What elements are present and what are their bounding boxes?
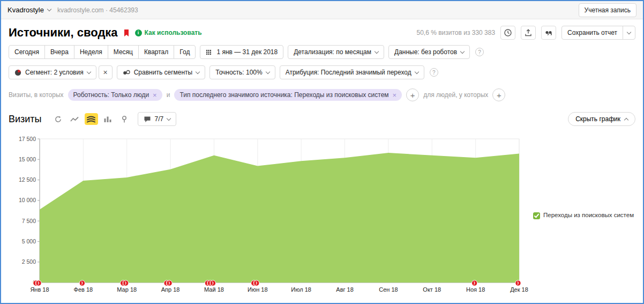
svg-text:5 000: 5 000 — [22, 238, 36, 244]
svg-text:15 000: 15 000 — [19, 156, 36, 162]
hide-chart-button[interactable]: Скрыть график — [568, 112, 635, 126]
chevron-down-icon — [375, 49, 379, 53]
clock-icon — [504, 28, 512, 37]
remove-chip-icon[interactable]: × — [393, 91, 397, 99]
chip-label: Роботность: Только люди — [73, 91, 149, 99]
report-header: Источники, сводка i Как использовать 50,… — [9, 26, 635, 40]
chevron-down-icon — [265, 69, 269, 73]
accuracy-dropdown[interactable]: Точность: 100% — [209, 65, 275, 79]
segment-toolbar: Сегмент: 2 условия × Сравнить сегменты Т… — [9, 65, 635, 79]
filter-chip-robots[interactable]: Роботность: Только люди × — [68, 89, 162, 101]
chevron-down-icon — [47, 7, 51, 11]
chevron-down-icon — [460, 49, 465, 53]
bookmark-icon[interactable] — [123, 29, 130, 37]
widgets-button[interactable] — [541, 26, 556, 40]
svg-text:10 000: 10 000 — [19, 197, 36, 203]
counter-info: kvadrostyle.com · 45462393 — [57, 6, 138, 14]
legend-checkbox[interactable] — [533, 212, 540, 219]
clear-segment-button[interactable]: × — [99, 65, 113, 79]
help-icon[interactable]: ? — [475, 48, 484, 56]
filter-chip-source-type[interactable]: Тип последнего значимого источника: Пере… — [174, 89, 402, 101]
comments-count-label: 7/7 — [155, 115, 164, 123]
help-icon[interactable]: ? — [430, 68, 438, 77]
add-people-condition-button[interactable]: + — [492, 88, 505, 101]
chart-type-line-button[interactable] — [68, 113, 81, 125]
attribution-dropdown[interactable]: Атрибуция: Последний значимый переход — [280, 65, 424, 79]
line-chart-icon — [70, 115, 79, 123]
counter-name: Kvadrostyle — [8, 6, 44, 14]
speech-bubble-icon — [144, 116, 151, 123]
save-report-button[interactable]: Сохранить отчет — [561, 26, 635, 40]
remove-chip-icon[interactable]: × — [153, 91, 157, 99]
pie-chart-icon — [14, 69, 21, 76]
chevron-down-icon — [414, 69, 418, 73]
attribution-label: Атрибуция: Последний значимый переход — [286, 69, 411, 76]
svg-text:Дек 18: Дек 18 — [510, 286, 528, 293]
svg-text:Сен 18: Сен 18 — [379, 286, 398, 293]
period-presets: Сегодня Вчера Неделя Месяц Квартал Год — [9, 45, 196, 59]
svg-text:2 500: 2 500 — [22, 258, 36, 265]
svg-text:Июл 18: Июл 18 — [291, 286, 311, 293]
chevron-down-icon — [86, 69, 91, 73]
detalization-dropdown[interactable]: Детализация: по месяцам — [288, 45, 384, 59]
history-button[interactable] — [500, 26, 515, 40]
comments-dropdown[interactable]: 7/7 — [138, 112, 177, 126]
quotes-icon — [544, 28, 553, 37]
export-button[interactable] — [521, 26, 536, 40]
chart-type-map-button[interactable] — [118, 113, 131, 125]
svg-text:Мар 18: Мар 18 — [117, 286, 137, 293]
chip-label: Тип последнего значимого источника: Пере… — [179, 91, 388, 99]
chart-type-area-button[interactable] — [85, 113, 98, 125]
chevron-up-icon — [624, 117, 628, 122]
svg-text:Окт 18: Окт 18 — [423, 286, 441, 293]
filter-conditions: Визиты, в которых Роботность: Только люд… — [9, 88, 635, 101]
chart-area: 02 5005 0007 50010 00012 50015 00017 500… — [9, 134, 635, 294]
chevron-down-icon — [196, 69, 200, 73]
data-mode-dropdown[interactable]: Данные: без роботов — [388, 45, 470, 59]
visits-share-text: 50,6 % визитов из 330 383 — [416, 29, 495, 36]
counter-switcher[interactable]: Kvadrostyle — [8, 6, 51, 14]
visits-condition-label: Визиты, в которых — [9, 91, 64, 99]
date-range-label: 1 янв — 31 дек 2018 — [216, 48, 278, 56]
period-toolbar: Сегодня Вчера Неделя Месяц Квартал Год 1… — [9, 45, 635, 59]
date-range-button[interactable]: 1 янв — 31 дек 2018 — [200, 45, 283, 59]
legend-label: Переходы из поисковых систем — [543, 212, 634, 218]
save-report-menu[interactable] — [623, 32, 635, 34]
preset-year-button[interactable]: Год — [174, 45, 196, 59]
preset-quarter-button[interactable]: Квартал — [138, 45, 174, 59]
svg-text:7 500: 7 500 — [22, 218, 36, 224]
svg-text:Янв 18: Янв 18 — [30, 286, 49, 293]
chevron-down-icon — [167, 116, 171, 120]
svg-text:Апр 18: Апр 18 — [161, 286, 180, 293]
stacked-area-icon — [87, 115, 95, 123]
chart-legend-item[interactable]: Переходы из поисковых систем — [533, 212, 634, 294]
how-to-use-label: Как использовать — [145, 29, 202, 36]
chart-type-bar-button[interactable] — [101, 113, 115, 125]
svg-text:Авг 18: Авг 18 — [336, 286, 353, 293]
svg-text:17 500: 17 500 — [19, 136, 36, 142]
chevron-down-icon — [627, 29, 631, 34]
segment-label: Сегмент: 2 условия — [25, 69, 84, 76]
compare-segments-dropdown[interactable]: Сравнить сегменты — [117, 65, 206, 79]
how-to-use-link[interactable]: i Как использовать — [135, 29, 202, 36]
preset-yesterday-button[interactable]: Вчера — [44, 45, 74, 59]
segment-dropdown[interactable]: Сегмент: 2 условия — [9, 65, 96, 79]
people-condition-label: для людей, у которых — [423, 91, 488, 99]
preset-today-button[interactable]: Сегодня — [9, 45, 45, 59]
compare-drops-icon — [123, 69, 130, 76]
preset-week-button[interactable]: Неделя — [74, 45, 108, 59]
refresh-icon — [54, 115, 62, 123]
data-mode-label: Данные: без роботов — [394, 48, 457, 56]
compare-segments-label: Сравнить сегменты — [134, 69, 193, 76]
preset-month-button[interactable]: Месяц — [108, 45, 139, 59]
metrica-app: { "icons": {"close": "×", "plus": "+", "… — [0, 0, 644, 304]
add-visit-condition-button[interactable]: + — [406, 88, 419, 101]
visits-area-chart[interactable]: 02 5005 0007 50010 00012 50015 00017 500… — [9, 134, 531, 294]
svg-text:Июн 18: Июн 18 — [248, 286, 268, 293]
account-button[interactable]: Учетная запись — [579, 3, 636, 17]
bar-chart-icon — [103, 115, 112, 123]
calendar-grid-icon — [206, 49, 213, 56]
map-pin-icon — [120, 115, 129, 123]
save-report-label: Сохранить отчет — [562, 29, 623, 36]
refresh-button[interactable] — [51, 113, 65, 125]
